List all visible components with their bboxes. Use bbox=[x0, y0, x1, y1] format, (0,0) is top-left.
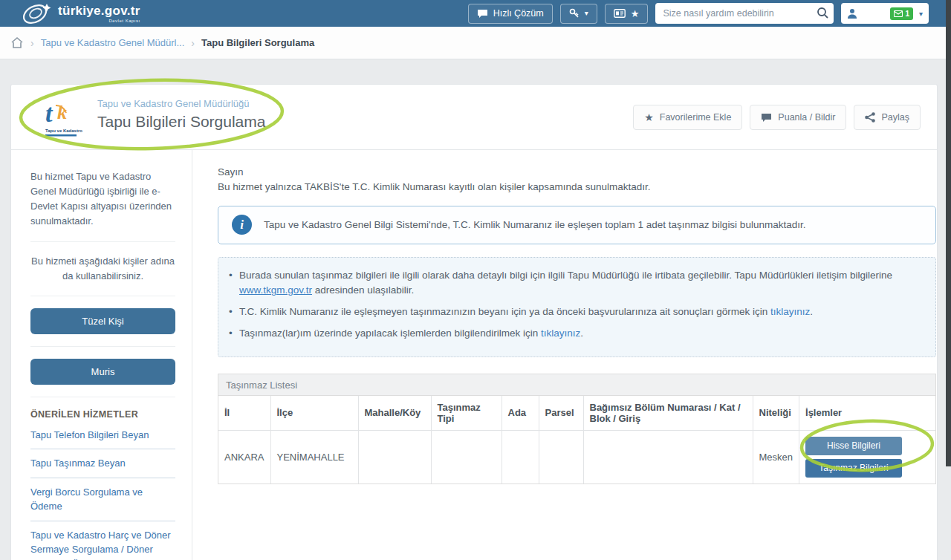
cell-islemler: Hisse Bilgileri Taşınmaz Bilgileri bbox=[799, 430, 935, 484]
share-icon bbox=[865, 112, 875, 123]
legal-entity-button[interactable]: Tüzel Kişi bbox=[30, 308, 175, 334]
cell-mahalle-koy bbox=[358, 430, 431, 484]
breadcrumb: › Tapu ve Kadastro Genel Müdürl... › Tap… bbox=[0, 27, 951, 59]
main-content: Sayın Bu hizmet yalnızca TAKBİS'te T.C. … bbox=[218, 150, 931, 484]
col-bagimsiz-bolum: Bağımsız Bölüm Numarası / Kat / Blok / G… bbox=[583, 396, 753, 430]
search-icon[interactable] bbox=[817, 7, 829, 19]
service-header: t k Tapu ve Kadastro Tapu ve Kadastro Ge… bbox=[11, 85, 937, 150]
add-to-favorites-label: Favorilerime Ekle bbox=[660, 112, 732, 123]
col-parsel: Parsel bbox=[539, 396, 583, 430]
col-ada: Ada bbox=[502, 396, 539, 430]
rate-report-button[interactable]: Puanla / Bildir bbox=[750, 105, 846, 130]
svg-text:t: t bbox=[45, 100, 53, 127]
deceased-person-button[interactable]: Muris bbox=[30, 359, 175, 385]
breadcrumb-separator: › bbox=[191, 37, 195, 49]
service-agency-name: Tapu ve Kadastro Genel Müdürlüğü bbox=[97, 98, 265, 109]
col-il: İl bbox=[218, 396, 270, 430]
envelope-icon bbox=[894, 10, 903, 17]
cell-ada bbox=[502, 430, 539, 484]
table-row: ANKARA YENİMAHALLE Mesken Hisse Bilgiler… bbox=[218, 430, 935, 484]
chat-bubble-icon bbox=[477, 9, 488, 19]
information-bullets: Burada sunulan taşınmaz bilgileri ile il… bbox=[218, 257, 936, 358]
message-count: 1 bbox=[905, 10, 909, 18]
chevron-down-icon: ▾ bbox=[919, 10, 923, 18]
cards-favorites-button[interactable]: ★ bbox=[605, 4, 649, 24]
home-icon[interactable] bbox=[10, 36, 24, 49]
quick-solution-button[interactable]: Hızlı Çözüm bbox=[468, 4, 553, 24]
cell-tasinmaz-tipi bbox=[431, 430, 502, 484]
breadcrumb-item-current: Tapu Bilgileri Sorgulama bbox=[201, 37, 314, 48]
bullet-text: Burada sunulan taşınmaz bilgileri ile il… bbox=[239, 270, 892, 281]
bullet-text: . bbox=[810, 306, 813, 317]
cell-parsel bbox=[539, 430, 583, 484]
page-title: Tapu Bilgileri Sorgulama bbox=[97, 113, 265, 131]
bullet-text: Taşınmaz(lar)ım üzerinde yapılacak işlem… bbox=[239, 328, 541, 339]
bullet-notification: Taşınmaz(lar)ım üzerinde yapılacak işlem… bbox=[229, 326, 921, 342]
service-scope-notice: Bu hizmet yalnızca TAKBİS'te T.C. Kimlik… bbox=[218, 180, 931, 195]
id-card-icon bbox=[614, 9, 626, 18]
notification-link[interactable]: tıklayınız bbox=[541, 328, 580, 339]
screenshot-right-edge bbox=[946, 0, 951, 466]
tkgm-link[interactable]: www.tkgm.gov.tr bbox=[239, 284, 312, 296]
col-islemler: İşlemler bbox=[799, 396, 935, 430]
share-details-button[interactable]: Hisse Bilgileri bbox=[805, 437, 902, 455]
user-icon bbox=[847, 8, 857, 19]
chevron-down-icon: ▾ bbox=[585, 10, 588, 17]
sidebar-link-vergi-borcu[interactable]: Vergi Borcu Sorgulama ve Ödeme bbox=[30, 478, 175, 521]
share-button[interactable]: Paylaş bbox=[854, 105, 921, 130]
col-mahalle-koy: Mahalle/Köy bbox=[358, 396, 431, 430]
message-badge[interactable]: 1 bbox=[890, 7, 913, 20]
cell-il: ANKARA bbox=[218, 430, 270, 484]
service-provider-note: Bu hizmet Tapu ve Kadastro Genel Müdürlü… bbox=[30, 169, 175, 229]
divider bbox=[30, 397, 175, 397]
col-ilce: İlçe bbox=[270, 396, 358, 430]
salutation: Sayın bbox=[218, 165, 931, 180]
accessibility-menu-button[interactable]: ▾ bbox=[560, 4, 597, 24]
cell-bagimsiz-bolum bbox=[583, 430, 753, 484]
table-caption: Taşınmaz Listesi bbox=[218, 374, 935, 396]
bullet-unmatched-declaration: T.C. Kimlik Numaranız ile eşleşmeyen taş… bbox=[229, 305, 921, 320]
star-icon: ★ bbox=[631, 8, 640, 19]
star-icon: ★ bbox=[644, 112, 654, 123]
col-tasinmaz-tipi: Taşınmaz Tipi bbox=[431, 396, 502, 430]
add-to-favorites-button[interactable]: ★ Favorilerime Ekle bbox=[633, 105, 742, 130]
breadcrumb-separator: › bbox=[30, 37, 34, 49]
suggested-services-heading: ÖNERİLEN HİZMETLER bbox=[30, 409, 175, 420]
sidebar-link-harc-doner-sermaye[interactable]: Tapu ve Kadastro Harç ve Döner Sermaye S… bbox=[30, 521, 175, 560]
declaration-link[interactable]: tıklayınız bbox=[770, 306, 810, 317]
table-header-row: İl İlçe Mahalle/Köy Taşınmaz Tipi Ada Pa… bbox=[218, 396, 935, 430]
property-details-button[interactable]: Taşınmaz Bilgileri bbox=[805, 459, 902, 478]
divider bbox=[30, 296, 175, 296]
cell-niteligi: Mesken bbox=[753, 430, 799, 484]
turkiye-gov-logo[interactable]: türkiye.gov.tr Devlet Kapısı bbox=[21, 1, 140, 25]
cell-ilce: YENİMAHALLE bbox=[270, 430, 358, 484]
bullet-text: . bbox=[580, 328, 583, 339]
comment-icon bbox=[761, 113, 772, 123]
share-label: Paylaş bbox=[881, 112, 909, 123]
top-header-bar: türkiye.gov.tr Devlet Kapısı Hızlı Çözüm… bbox=[0, 0, 951, 27]
user-account-menu[interactable]: 1 ▾ bbox=[841, 3, 929, 24]
result-count-infobox: i Tapu ve Kadastro Genel Bilgi Sistemi'n… bbox=[218, 206, 936, 244]
info-icon: i bbox=[232, 215, 252, 235]
sidebar-link-tapu-telefon[interactable]: Tapu Telefon Bilgileri Beyan bbox=[30, 421, 175, 450]
search-input[interactable] bbox=[655, 3, 834, 24]
property-list-table: Taşınmaz Listesi İl İlçe Mahalle/Köy Taş… bbox=[218, 374, 936, 484]
svg-text:Tapu ve Kadastro: Tapu ve Kadastro bbox=[45, 128, 82, 133]
rate-report-label: Puanla / Bildir bbox=[778, 112, 835, 123]
logo-text: türkiye.gov.tr bbox=[58, 4, 140, 17]
tapu-kadastro-logo: t k Tapu ve Kadastro bbox=[41, 97, 85, 138]
key-icon bbox=[569, 8, 580, 19]
divider bbox=[30, 346, 175, 347]
logo-subtext: Devlet Kapısı bbox=[58, 19, 140, 23]
breadcrumb-item-agency[interactable]: Tapu ve Kadastro Genel Müdürl... bbox=[41, 37, 185, 48]
col-niteligi: Niteliği bbox=[753, 396, 799, 430]
help-search bbox=[655, 3, 834, 24]
quick-solution-label: Hızlı Çözüm bbox=[493, 8, 544, 19]
sidebar-link-tapu-tasinmaz[interactable]: Tapu Taşınmaz Beyan bbox=[30, 449, 175, 478]
sidebar: Bu hizmet Tapu ve Kadastro Genel Müdürlü… bbox=[11, 150, 192, 560]
bullet-contact-info: Burada sunulan taşınmaz bilgileri ile il… bbox=[229, 268, 921, 299]
bullet-text: T.C. Kimlik Numaranız ile eşleşmeyen taş… bbox=[239, 306, 770, 317]
usage-note: Bu hizmeti aşağıdaki kişiler adına da ku… bbox=[30, 254, 175, 284]
result-count-text: Tapu ve Kadastro Genel Bilgi Sistemi'nde… bbox=[264, 219, 805, 230]
edevlet-swirl-icon bbox=[21, 1, 53, 25]
